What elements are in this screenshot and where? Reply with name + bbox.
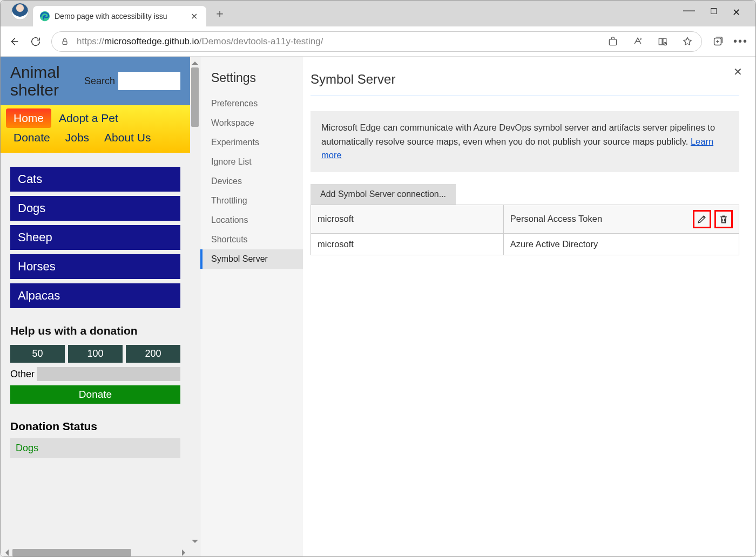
new-tab-button[interactable]: ＋ (206, 3, 233, 24)
profile-avatar[interactable] (11, 3, 29, 20)
delete-icon[interactable] (715, 210, 732, 228)
read-aloud-icon[interactable] (632, 36, 643, 47)
nav-donate[interactable]: Donate (6, 128, 58, 147)
donate-button[interactable]: Donate (10, 385, 180, 404)
svg-rect-1 (63, 41, 67, 44)
settings-title: Settings (200, 67, 303, 94)
search-input[interactable] (118, 72, 180, 90)
settings-sidebar: Settings Preferences Workspace Experimen… (200, 57, 303, 557)
category-list: Cats Dogs Sheep Horses Alpacas (1, 153, 190, 322)
close-window-button[interactable]: ✕ (732, 6, 740, 21)
donation-section: Help us with a donation 50 100 200 Other… (1, 322, 190, 413)
window-titlebar: Demo page with accessibility issu ✕ ＋ — … (1, 1, 755, 26)
edit-icon[interactable] (693, 210, 711, 228)
minimize-button[interactable]: — (683, 3, 695, 17)
status-heading: Donation Status (1, 413, 190, 438)
info-box: Microsoft Edge can communicate with Azur… (310, 111, 739, 172)
settings-item-workspace[interactable]: Workspace (200, 113, 303, 133)
cell-org: microsoft (311, 205, 504, 233)
vertical-scrollbar[interactable] (190, 57, 200, 548)
settings-item-locations[interactable]: Locations (200, 210, 303, 230)
tab-title: Demo page with accessibility issu (55, 12, 184, 21)
address-bar[interactable]: https://microsoftedge.github.io/Demos/de… (51, 31, 702, 52)
donation-heading: Help us with a donation (10, 324, 180, 337)
nav-adopt[interactable]: Adopt a Pet (51, 108, 126, 128)
settings-item-throttling[interactable]: Throttling (200, 191, 303, 210)
other-amount-input[interactable] (37, 367, 180, 381)
webpage-pane: Animalshelter Search Home Adopt a Pet Do… (1, 57, 200, 557)
svg-point-3 (664, 42, 666, 45)
favorite-icon[interactable] (682, 36, 693, 47)
other-label: Other (10, 369, 35, 380)
category-dogs[interactable]: Dogs (10, 196, 180, 221)
symbol-server-table: microsoft Personal Access Token (310, 205, 739, 255)
site-header: Animalshelter Search (1, 57, 190, 105)
table-row: microsoft Personal Access Token (311, 205, 739, 233)
nav-jobs[interactable]: Jobs (58, 128, 97, 147)
close-tab-icon[interactable]: ✕ (188, 11, 200, 22)
url-text: https://microsoftedge.github.io/Demos/de… (77, 36, 600, 47)
maximize-button[interactable]: ☐ (710, 6, 717, 21)
status-row-dogs: Dogs (10, 438, 180, 458)
category-cats[interactable]: Cats (10, 167, 180, 192)
settings-item-experiments[interactable]: Experiments (200, 133, 303, 152)
collections-icon[interactable] (712, 36, 724, 47)
refresh-button[interactable] (30, 36, 42, 47)
category-sheep[interactable]: Sheep (10, 225, 180, 250)
reading-view-icon[interactable] (657, 36, 668, 47)
settings-item-shortcuts[interactable]: Shortcuts (200, 230, 303, 249)
nav-about[interactable]: About Us (97, 128, 158, 147)
lock-icon (60, 37, 69, 46)
settings-main: ✕ Symbol Server Microsoft Edge can commu… (303, 57, 755, 557)
info-text: Microsoft Edge can communicate with Azur… (321, 123, 715, 146)
back-button[interactable] (8, 36, 20, 47)
browser-tab[interactable]: Demo page with accessibility issu ✕ (33, 6, 206, 26)
more-menu-icon[interactable]: ••• (733, 35, 748, 47)
cell-auth: Azure Active Directory (503, 233, 739, 255)
panel-title: Symbol Server (310, 72, 739, 96)
search-label: Search (84, 76, 115, 87)
settings-item-symbol-server[interactable]: Symbol Server (200, 249, 303, 269)
edge-icon (39, 11, 50, 22)
browser-toolbar: https://microsoftedge.github.io/Demos/de… (1, 26, 755, 57)
donate-50[interactable]: 50 (10, 345, 65, 363)
add-symbol-server-button[interactable]: Add Symbol Server connection... (310, 184, 456, 205)
shopping-icon[interactable] (608, 36, 618, 47)
devtools-panel: Settings Preferences Workspace Experimen… (200, 57, 755, 557)
horizontal-scrollbar[interactable] (1, 548, 190, 557)
table-row: microsoft Azure Active Directory (311, 233, 739, 255)
category-alpacas[interactable]: Alpacas (10, 283, 180, 308)
close-settings-icon[interactable]: ✕ (733, 65, 742, 78)
cell-auth: Personal Access Token (503, 205, 739, 233)
category-horses[interactable]: Horses (10, 254, 180, 279)
site-nav: Home Adopt a Pet Donate Jobs About Us (1, 105, 190, 153)
auth-text: Personal Access Token (510, 214, 602, 224)
nav-home[interactable]: Home (6, 108, 51, 128)
settings-item-devices[interactable]: Devices (200, 172, 303, 191)
settings-item-ignore-list[interactable]: Ignore List (200, 152, 303, 172)
donation-status: Donation Status Dogs (1, 413, 190, 458)
donate-200[interactable]: 200 (126, 345, 180, 363)
svg-rect-2 (609, 39, 616, 45)
settings-item-preferences[interactable]: Preferences (200, 94, 303, 113)
site-title: Animalshelter (10, 63, 60, 99)
cell-org: microsoft (311, 233, 504, 255)
donate-100[interactable]: 100 (68, 345, 123, 363)
